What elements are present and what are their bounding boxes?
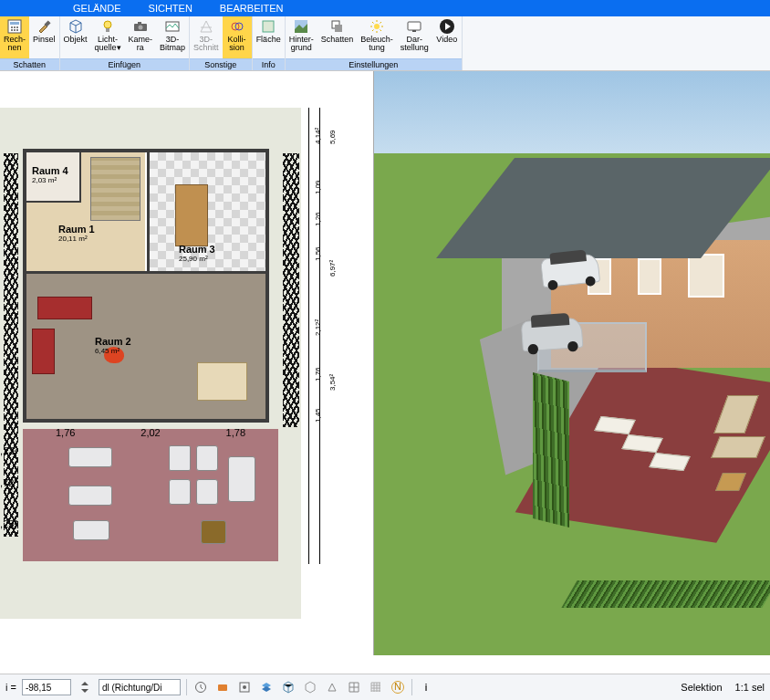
svg-rect-13 <box>138 22 141 24</box>
bitmap3d-button[interactable]: 3D- Bitmap <box>156 16 189 58</box>
coord-label: i = <box>5 682 16 693</box>
svg-point-3 <box>14 26 16 28</box>
svg-rect-32 <box>412 30 416 32</box>
schnitt3d-button[interactable]: 3D- Schnitt <box>190 16 223 58</box>
plan-dining-table-r3[interactable] <box>175 184 208 246</box>
wireframe-icon[interactable] <box>302 679 318 695</box>
record-icon[interactable] <box>214 679 231 695</box>
darstellung-button[interactable]: Dar- stellung <box>397 16 432 58</box>
plan-patio[interactable]: 1,76 2,02 1,78 <box>23 429 278 561</box>
video-button[interactable]: Video <box>432 16 462 58</box>
grid-toggle-icon[interactable] <box>346 679 362 695</box>
ribbon-group-label-sonstige: Sonstige <box>190 58 252 70</box>
collision-icon <box>229 18 245 35</box>
menu-bearbeiten[interactable]: BEARBEITEN <box>220 3 284 14</box>
play-icon <box>439 18 455 35</box>
ribbon-group-einstellungen: Hinter- grund Schatten Beleuch- tung Dar… <box>286 16 463 70</box>
menu-sichten[interactable]: SICHTEN <box>149 3 192 14</box>
plan-house-outline: Raum 42,03 m² Raum 120,11 m² Raum 325,90… <box>23 149 269 423</box>
svg-rect-10 <box>106 28 109 32</box>
plan-room-2[interactable]: Raum 26,45 m² <box>26 271 265 419</box>
history-icon[interactable] <box>192 679 209 695</box>
flaeche-button[interactable]: Fläche <box>253 16 285 58</box>
patio-chair-4[interactable] <box>196 479 218 505</box>
lichtquelle-button[interactable]: Licht- quelle▾ <box>91 16 125 58</box>
patio-table[interactable] <box>201 520 226 544</box>
patio-chair-3[interactable] <box>169 479 191 505</box>
lighting-icon <box>369 18 385 35</box>
rechnen-button[interactable]: Rech- nen <box>0 16 29 58</box>
render-3d-viewport[interactable] <box>374 71 770 655</box>
patio-chair-1[interactable] <box>169 445 191 471</box>
patio-lounger-1[interactable] <box>68 447 112 467</box>
svg-line-30 <box>380 22 381 24</box>
svg-point-2 <box>11 26 13 28</box>
floorplan-2d-viewport[interactable]: Raum 42,03 m² Raum 120,11 m² Raum 325,90… <box>0 71 374 655</box>
plan-room-4[interactable]: Raum 42,03 m² <box>26 152 81 203</box>
area-icon <box>260 18 276 35</box>
pinsel-button[interactable]: Pinsel <box>29 16 59 58</box>
plan-dimensions-left: 1,23² 1,72 1,23² <box>0 108 13 619</box>
info-icon[interactable]: i <box>418 679 434 695</box>
coord-input[interactable] <box>22 679 71 695</box>
ribbon-group-label-info: Info <box>253 58 285 70</box>
svg-line-27 <box>372 22 374 24</box>
layer-icon[interactable] <box>258 679 275 695</box>
ribbon-group-label-einfuegen: Einfügen <box>60 58 190 70</box>
svg-point-12 <box>138 26 142 30</box>
patio-sofa[interactable] <box>228 456 255 502</box>
snap-icon[interactable] <box>236 679 253 695</box>
calculate-icon <box>6 18 23 35</box>
lightbulb-icon <box>99 18 116 35</box>
menu-gelaende[interactable]: GELÄNDE <box>73 3 121 14</box>
plan-table-r2[interactable] <box>197 362 247 401</box>
plan-dimensions-right: 4,14² 5,69 1,09 1,26 1,56 6,97² 2,12² 1,… <box>301 108 365 564</box>
ribbon-group-info: Fläche Info <box>253 16 286 70</box>
compass-icon[interactable]: N <box>390 679 406 695</box>
objekt-button[interactable]: Objekt <box>60 16 91 58</box>
menu-bar: GELÄNDE SICHTEN BEARBEITEN <box>0 0 770 16</box>
kollision-button[interactable]: Kolli- sion <box>223 16 252 58</box>
hintergrund-button[interactable]: Hinter- grund <box>286 16 317 58</box>
beleuchtung-button[interactable]: Beleuch- tung <box>357 16 397 58</box>
svg-text:N: N <box>394 681 401 692</box>
section-icon <box>198 18 214 35</box>
render-car-2 <box>520 312 583 355</box>
grid-fine-icon[interactable] <box>368 679 384 695</box>
patio-lounger-2[interactable] <box>68 486 112 506</box>
cube-icon <box>68 18 84 35</box>
svg-rect-35 <box>218 684 227 691</box>
vegetation-right <box>283 153 299 427</box>
perspective-icon[interactable] <box>324 679 340 695</box>
room2-label: Raum 26,45 m² <box>95 336 131 356</box>
render-bench <box>711 436 765 458</box>
kamera-button[interactable]: Kame- ra <box>125 16 157 58</box>
svg-rect-18 <box>263 21 274 32</box>
svg-line-28 <box>380 30 381 32</box>
plan-stairs[interactable] <box>90 157 140 221</box>
patio-chair-2[interactable] <box>196 445 218 471</box>
image3d-icon <box>164 18 181 35</box>
ribbon-group-label-schatten: Schatten <box>0 58 59 70</box>
patio-dims-top: 1,76 2,02 1,78 <box>23 427 278 440</box>
svg-rect-31 <box>408 22 421 30</box>
plan-sofa-1[interactable] <box>37 297 92 319</box>
render-hedge-left <box>533 372 569 528</box>
status-bar: i = N i Selektion 1:1 sel <box>0 674 770 700</box>
ribbon-group-einfuegen: Objekt Licht- quelle▾ Kame- ra 3D- Bitma… <box>60 16 191 70</box>
status-zoom-label[interactable]: 1:1 sel <box>735 682 765 693</box>
plan-sofa-2[interactable] <box>32 329 55 374</box>
floor-plan: Raum 42,03 m² Raum 120,11 m² Raum 325,90… <box>0 108 328 619</box>
plan-room-1[interactable]: Raum 42,03 m² Raum 120,11 m² <box>26 152 145 271</box>
svg-line-29 <box>372 30 374 32</box>
room1-label: Raum 120,11 m² <box>58 224 95 244</box>
schatten-settings-button[interactable]: Schatten <box>317 16 358 58</box>
stepper-up-down[interactable] <box>77 679 93 695</box>
background-icon <box>293 18 309 35</box>
layer-dropdown[interactable] <box>99 679 181 695</box>
svg-point-9 <box>104 21 111 28</box>
render-window-arch <box>688 254 724 298</box>
cube-view-icon[interactable] <box>280 679 297 695</box>
patio-lounger-3[interactable] <box>73 520 109 540</box>
svg-point-5 <box>11 29 13 31</box>
